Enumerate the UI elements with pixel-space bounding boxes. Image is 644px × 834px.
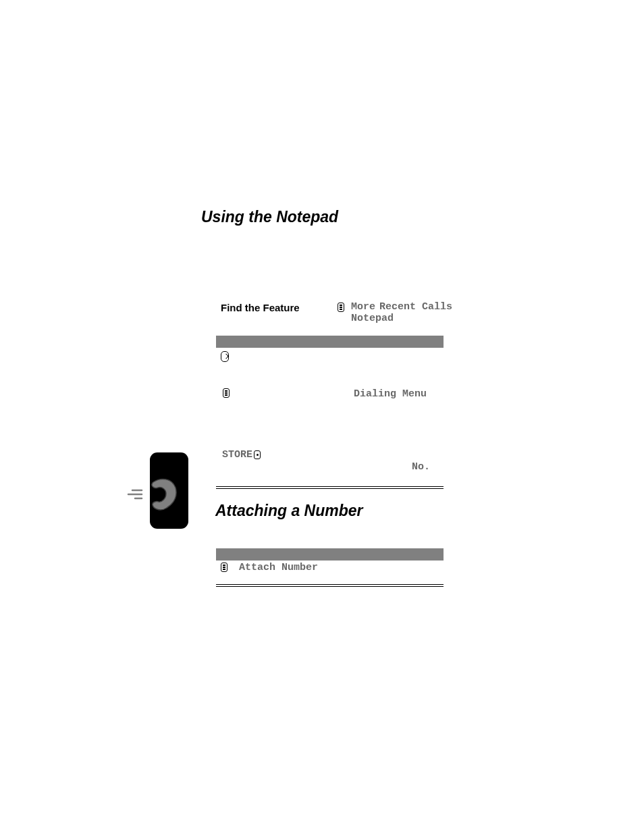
store-softkey-label: STORE <box>222 449 252 461</box>
menu-icon <box>338 303 344 312</box>
menu-icon <box>221 563 227 572</box>
divider-line <box>216 486 444 487</box>
dialing-menu-text: Dialing Menu <box>354 388 427 400</box>
divider-line <box>216 586 444 587</box>
table-header-bar <box>216 336 444 348</box>
handset-icon <box>123 474 194 515</box>
menu-path-more: More <box>351 301 375 313</box>
phone-illustration <box>150 452 188 529</box>
softkey-icon <box>254 450 261 459</box>
menu-icon <box>223 388 230 398</box>
menu-path-recent-calls: Recent Calls <box>379 301 452 313</box>
send-key-icon <box>221 351 229 362</box>
section-heading-attaching: Attaching a Number <box>215 502 363 520</box>
section-heading-notepad: Using the Notepad <box>201 208 338 226</box>
divider-line <box>216 488 444 489</box>
table-header-bar <box>216 548 444 561</box>
find-feature-label: Find the Feature <box>221 302 300 313</box>
attach-number-text: Attach Number <box>239 562 318 573</box>
divider-line <box>216 584 444 585</box>
no-abbrev-text: No. <box>412 461 430 473</box>
menu-path-notepad: Notepad <box>351 313 394 324</box>
